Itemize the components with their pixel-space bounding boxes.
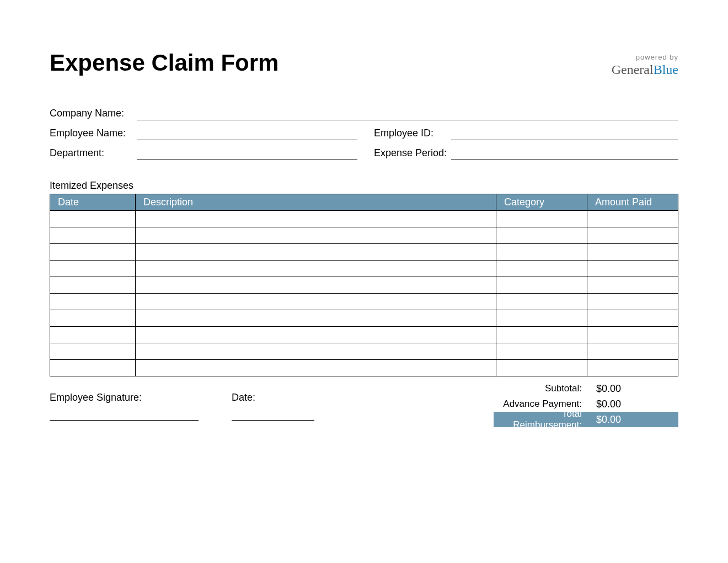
cell-amount[interactable] <box>587 360 678 376</box>
cell-category[interactable] <box>496 360 587 376</box>
expense-period-input[interactable] <box>451 144 678 160</box>
cell-category[interactable] <box>496 327 587 343</box>
powered-by-text: powered by <box>612 53 678 61</box>
cell-date[interactable] <box>50 294 136 310</box>
cell-date[interactable] <box>50 360 136 376</box>
company-name-label: Company Name: <box>50 108 137 120</box>
brand-logo: powered by GeneralBlue <box>612 50 678 77</box>
cell-description[interactable] <box>136 310 496 327</box>
cell-category[interactable] <box>496 277 587 294</box>
col-header-description: Description <box>136 194 496 211</box>
cell-description[interactable] <box>136 360 496 376</box>
totals-block: Subtotal: $0.00 Advance Payment: $0.00 T… <box>494 381 678 427</box>
subtotal-value: $0.00 <box>587 383 678 395</box>
cell-amount[interactable] <box>587 327 678 343</box>
employee-id-label: Employee ID: <box>374 128 451 140</box>
advance-label: Advance Payment: <box>494 399 587 410</box>
cell-category[interactable] <box>496 244 587 261</box>
itemized-section-label: Itemized Expenses <box>50 180 678 192</box>
cell-category[interactable] <box>496 310 587 327</box>
cell-description[interactable] <box>136 277 496 294</box>
cell-description[interactable] <box>136 227 496 244</box>
cell-amount[interactable] <box>587 277 678 294</box>
brand-name: GeneralBlue <box>612 62 678 77</box>
col-header-date: Date <box>50 194 136 211</box>
cell-amount[interactable] <box>587 343 678 360</box>
department-input[interactable] <box>137 144 357 160</box>
cell-date[interactable] <box>50 261 136 277</box>
table-row <box>50 294 678 310</box>
employee-name-label: Employee Name: <box>50 128 137 140</box>
cell-amount[interactable] <box>587 227 678 244</box>
cell-amount[interactable] <box>587 261 678 277</box>
table-row <box>50 360 678 376</box>
cell-amount[interactable] <box>587 294 678 310</box>
cell-category[interactable] <box>496 343 587 360</box>
cell-date[interactable] <box>50 310 136 327</box>
table-row <box>50 277 678 294</box>
table-row <box>50 244 678 261</box>
employee-name-input[interactable] <box>137 124 357 140</box>
cell-date[interactable] <box>50 277 136 294</box>
cell-date[interactable] <box>50 327 136 343</box>
cell-category[interactable] <box>496 211 587 227</box>
cell-category[interactable] <box>496 294 587 310</box>
cell-date[interactable] <box>50 343 136 360</box>
col-header-amount: Amount Paid <box>587 194 678 211</box>
table-row <box>50 327 678 343</box>
signature-date-label: Date: <box>232 392 314 403</box>
cell-date[interactable] <box>50 244 136 261</box>
signature-block: Employee Signature: Date: <box>50 381 494 427</box>
cell-date[interactable] <box>50 211 136 227</box>
cell-description[interactable] <box>136 327 496 343</box>
employee-id-input[interactable] <box>451 124 678 140</box>
employee-signature-label: Employee Signature: <box>50 392 199 403</box>
cell-category[interactable] <box>496 227 587 244</box>
department-label: Department: <box>50 147 137 160</box>
col-header-category: Category <box>496 194 587 211</box>
reimbursement-value: $0.00 <box>587 414 678 426</box>
table-row <box>50 343 678 360</box>
cell-amount[interactable] <box>587 244 678 261</box>
signature-date-line[interactable] <box>232 420 314 421</box>
cell-description[interactable] <box>136 244 496 261</box>
cell-date[interactable] <box>50 227 136 244</box>
expense-period-label: Expense Period: <box>374 147 451 160</box>
advance-value: $0.00 <box>587 399 678 410</box>
cell-amount[interactable] <box>587 310 678 327</box>
cell-description[interactable] <box>136 211 496 227</box>
subtotal-label: Subtotal: <box>494 383 587 394</box>
page-title: Expense Claim Form <box>50 50 279 76</box>
company-name-input[interactable] <box>137 104 678 120</box>
table-row <box>50 261 678 277</box>
cell-description[interactable] <box>136 343 496 360</box>
brand-blue: Blue <box>654 62 678 77</box>
table-row <box>50 211 678 227</box>
brand-general: General <box>612 62 654 77</box>
employee-signature-line[interactable] <box>50 420 199 421</box>
reimbursement-label: Total Reimbursement: <box>494 408 587 431</box>
table-row <box>50 227 678 244</box>
cell-amount[interactable] <box>587 211 678 227</box>
cell-description[interactable] <box>136 294 496 310</box>
cell-description[interactable] <box>136 261 496 277</box>
table-row <box>50 310 678 327</box>
cell-category[interactable] <box>496 261 587 277</box>
info-fields: Company Name: Employee Name: Employee ID… <box>50 104 678 160</box>
expense-table: Date Description Category Amount Paid <box>50 194 678 376</box>
